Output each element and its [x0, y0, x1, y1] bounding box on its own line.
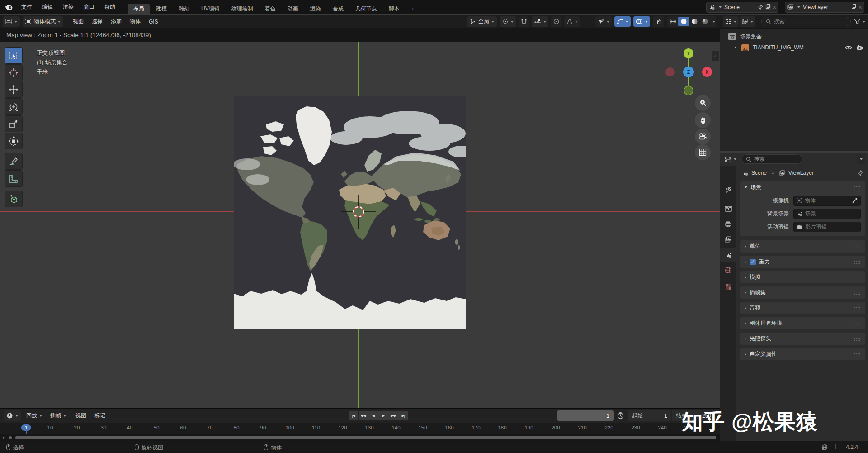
frame-tick[interactable]: 40 — [127, 425, 133, 430]
frame-tick[interactable]: 80 — [234, 425, 240, 430]
horizontal-scrollbar[interactable] — [15, 436, 716, 439]
scene-selector[interactable]: Scene × — [706, 2, 778, 13]
workspace-tab[interactable]: 几何节点 — [350, 4, 382, 14]
pivot-point-dropdown[interactable] — [500, 16, 516, 27]
playback-button[interactable]: ◆◀ — [359, 411, 368, 420]
frame-tick[interactable]: 60 — [180, 425, 186, 430]
properties-panel-row[interactable]: 模拟 — [740, 271, 865, 283]
show-overlays-toggle[interactable] — [633, 16, 650, 27]
toggle-ortho-button[interactable] — [695, 144, 711, 160]
properties-search-input[interactable]: 搜索 — [741, 154, 802, 164]
tool-measure[interactable] — [5, 170, 23, 187]
active-clip-field[interactable]: 影片剪辑 — [793, 222, 861, 232]
eyedropper-icon[interactable] — [852, 198, 858, 204]
auto-keyframe-stopwatch-icon[interactable] — [617, 412, 624, 420]
viewport-menu-item[interactable]: 视图 — [69, 18, 88, 25]
panel-checkbox[interactable] — [750, 259, 756, 265]
camera-view-button[interactable] — [695, 129, 711, 144]
navigation-gizmo[interactable]: Y X Z — [664, 47, 713, 97]
outliner-search-input[interactable]: 搜索 — [761, 17, 851, 26]
pan-view-button[interactable] — [695, 112, 711, 128]
tab-texture[interactable] — [720, 279, 736, 294]
workspace-tab[interactable]: 雕刻 — [173, 4, 195, 14]
playback-button[interactable]: ▶◆ — [388, 411, 398, 420]
topbar-menu-item[interactable]: 窗口 — [79, 0, 99, 14]
xray-toggle[interactable] — [653, 16, 664, 27]
outliner-display-mode-dropdown[interactable] — [740, 16, 755, 27]
drag-dots-icon[interactable] — [854, 336, 861, 342]
frame-tick[interactable]: 100 — [285, 425, 294, 430]
frame-tick[interactable]: 30 — [101, 425, 107, 430]
frame-tick[interactable]: 90 — [260, 425, 266, 430]
properties-options-dropdown[interactable] — [857, 154, 865, 164]
tab-scene[interactable] — [720, 248, 736, 262]
object-label[interactable]: TIANDITU_IMG_WM — [753, 44, 840, 51]
outliner-collection-row[interactable]: 场景集合 — [720, 31, 868, 42]
shading-solid-button[interactable] — [678, 17, 689, 26]
zoom-view-button[interactable] — [695, 95, 711, 111]
drag-dots-icon[interactable] — [854, 274, 861, 281]
outliner-object-row[interactable]: TIANDITU_IMG_WM — [720, 42, 868, 53]
workspace-tab[interactable]: 布局 — [128, 4, 150, 14]
tab-world[interactable] — [720, 263, 736, 277]
topbar-menu-item[interactable]: 渲染 — [58, 0, 79, 14]
frame-tick[interactable]: 10 — [47, 425, 53, 430]
workspace-tab[interactable]: 渲染 — [305, 4, 326, 14]
expand-chevron-icon[interactable] — [735, 46, 736, 49]
properties-panel-row[interactable]: 重力 — [740, 256, 865, 268]
proportional-falloff-dropdown[interactable] — [564, 16, 580, 27]
frame-tick[interactable]: 130 — [365, 425, 373, 430]
playback-menu[interactable]: 回放 — [24, 410, 45, 421]
tool-rotate[interactable] — [5, 98, 23, 115]
sidebar-collapse-tab[interactable]: ‹ — [712, 51, 719, 61]
blender-logo-icon[interactable] — [5, 4, 13, 10]
workspace-tab[interactable]: 合成 — [327, 4, 349, 14]
tool-cursor[interactable] — [5, 64, 23, 81]
properties-panel-row[interactable]: 光照探头 — [740, 333, 865, 345]
snap-toggle[interactable] — [519, 16, 529, 27]
copy-icon[interactable] — [765, 4, 771, 10]
pin-icon[interactable] — [758, 5, 763, 10]
drag-dots-icon[interactable] — [854, 290, 861, 296]
viewlayer-selector[interactable]: ViewLayer × — [785, 2, 864, 13]
workspace-tab[interactable]: 脚本 — [383, 4, 405, 14]
breadcrumb-scene[interactable]: Scene — [751, 170, 767, 176]
object-visibility-dropdown[interactable] — [595, 16, 612, 27]
mode-dropdown[interactable]: 物体模式 — [23, 16, 63, 27]
tool-annotate[interactable] — [5, 153, 23, 170]
timeline-marker-menu[interactable]: 标记 — [90, 412, 109, 420]
properties-editor-type-dropdown[interactable] — [723, 156, 738, 162]
tool-add-cube[interactable] — [5, 191, 23, 207]
tool-select-box[interactable] — [5, 47, 23, 64]
camera-object-field[interactable]: 物体 — [793, 196, 861, 206]
playback-button[interactable]: |◀ — [349, 411, 358, 420]
frame-tick[interactable]: 110 — [312, 425, 320, 430]
frame-tick[interactable]: 120 — [338, 425, 347, 430]
viewport-3d[interactable]: 正交顶视图 (1) 场景集合 千米 — [0, 42, 720, 408]
frame-tick[interactable]: 220 — [604, 425, 613, 430]
topbar-menu-item[interactable]: 编辑 — [37, 0, 58, 14]
tab-render[interactable] — [720, 201, 736, 216]
timeline-editor-type-dropdown[interactable] — [4, 410, 21, 421]
tool-move[interactable] — [5, 81, 23, 98]
workspace-tab[interactable]: UV编辑 — [196, 4, 225, 14]
drag-dots-icon[interactable] — [854, 351, 861, 358]
properties-panel-row[interactable]: 插帧集 — [740, 286, 865, 299]
viewport-menu-item[interactable]: 选择 — [88, 18, 107, 25]
properties-panel-row[interactable]: 自定义属性 — [740, 348, 865, 360]
frame-tick[interactable]: 210 — [578, 425, 586, 430]
tool-scale[interactable] — [5, 115, 23, 132]
hide-eye-icon[interactable] — [845, 45, 852, 50]
frame-tick[interactable]: 140 — [392, 425, 400, 430]
frame-tick[interactable]: 180 — [498, 425, 506, 430]
editor-type-dropdown[interactable] — [3, 16, 20, 27]
close-icon[interactable]: × — [859, 4, 862, 11]
drag-dots-icon[interactable] — [854, 184, 861, 191]
copy-icon[interactable] — [851, 4, 857, 10]
drag-dots-icon[interactable] — [854, 320, 861, 327]
frame-start-field[interactable]: 起始 1 — [628, 410, 671, 421]
breadcrumb-viewlayer[interactable]: ViewLayer — [788, 170, 814, 176]
timeline-ruler[interactable]: 1102030405060708090100110120130140150160… — [0, 423, 720, 434]
playback-button[interactable]: ▶| — [398, 411, 408, 420]
frame-tick[interactable]: 1 — [21, 425, 31, 430]
